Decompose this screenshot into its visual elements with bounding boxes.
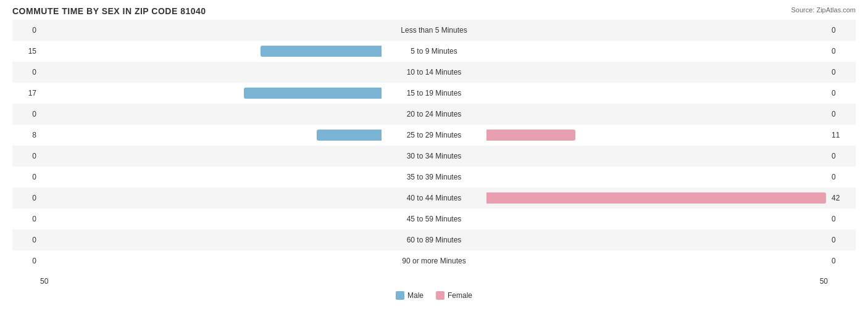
row-label: 5 to 9 Minutes (382, 47, 486, 56)
source-text: Source: ZipAtlas.com (791, 6, 856, 14)
male-side (40, 149, 382, 163)
female-value: 0 (828, 47, 856, 56)
female-value: 42 (828, 194, 856, 202)
chart-row: 0 45 to 59 Minutes 0 (12, 208, 856, 229)
bars-wrapper: 25 to 29 Minutes (40, 128, 828, 142)
row-label: 30 to 34 Minutes (382, 152, 486, 160)
female-side (486, 107, 828, 121)
male-side (40, 170, 382, 184)
bar-section: 25 to 29 Minutes (40, 125, 828, 146)
row-label: 15 to 19 Minutes (382, 89, 486, 97)
male-side (40, 44, 382, 58)
male-bar (244, 88, 382, 99)
chart-row: 0 40 to 44 Minutes 42 (12, 188, 856, 208)
female-side (486, 149, 828, 163)
male-side (40, 86, 382, 100)
male-value: 0 (12, 68, 40, 76)
bars-wrapper: 35 to 39 Minutes (40, 170, 828, 184)
female-value: 0 (828, 110, 856, 118)
chart-row: 15 5 to 9 Minutes 0 (12, 41, 856, 62)
female-bar (486, 130, 575, 141)
bar-section: 40 to 44 Minutes (40, 188, 828, 208)
male-side (40, 254, 382, 268)
chart-row: 0 60 to 89 Minutes 0 (12, 229, 856, 250)
female-value: 0 (828, 173, 856, 181)
bars-wrapper: 5 to 9 Minutes (40, 44, 828, 58)
male-side (40, 128, 382, 142)
male-bar (261, 46, 382, 57)
bar-section: 35 to 39 Minutes (40, 167, 828, 188)
female-value: 0 (828, 236, 856, 244)
bars-wrapper: 10 to 14 Minutes (40, 65, 828, 79)
female-color-box (436, 291, 444, 300)
chart-row: 17 15 to 19 Minutes 0 (12, 83, 856, 104)
male-value: 0 (12, 26, 40, 35)
bar-section: 60 to 89 Minutes (40, 229, 828, 250)
chart-row: 0 30 to 34 Minutes 0 (12, 146, 856, 167)
male-value: 17 (12, 89, 40, 97)
female-side (486, 23, 828, 37)
female-side (486, 86, 828, 100)
male-value: 15 (12, 47, 40, 56)
male-value: 0 (12, 194, 40, 202)
female-value: 0 (828, 26, 856, 35)
row-label: 90 or more Minutes (382, 257, 486, 265)
chart-row: 0 35 to 39 Minutes 0 (12, 167, 856, 188)
bars-wrapper: 30 to 34 Minutes (40, 149, 828, 163)
female-value: 11 (828, 131, 856, 139)
row-label: 40 to 44 Minutes (382, 194, 486, 202)
male-value: 0 (12, 110, 40, 118)
bar-section: 5 to 9 Minutes (40, 41, 828, 62)
row-label: Less than 5 Minutes (382, 26, 486, 35)
axis-right: 50 (820, 277, 828, 286)
female-value: 0 (828, 89, 856, 97)
male-side (40, 212, 382, 226)
row-label: 10 to 14 Minutes (382, 68, 486, 76)
male-side (40, 23, 382, 37)
bar-section: 90 or more Minutes (40, 250, 828, 271)
male-value: 0 (12, 257, 40, 265)
row-label: 20 to 24 Minutes (382, 110, 486, 118)
female-value: 0 (828, 152, 856, 160)
male-side (40, 65, 382, 79)
chart-row: 0 Less than 5 Minutes 0 (12, 20, 856, 41)
bars-wrapper: 15 to 19 Minutes (40, 86, 828, 100)
bars-wrapper: 40 to 44 Minutes (40, 191, 828, 205)
bars-wrapper: 45 to 59 Minutes (40, 212, 828, 226)
row-label: 35 to 39 Minutes (382, 173, 486, 181)
row-label: 45 to 59 Minutes (382, 215, 486, 223)
row-label: 25 to 29 Minutes (382, 131, 486, 139)
axis-labels: 50 50 (12, 277, 856, 286)
male-side (40, 233, 382, 247)
male-bar (317, 130, 382, 141)
female-label: Female (448, 291, 472, 300)
legend-area: Male Female (12, 288, 856, 303)
female-side (486, 128, 828, 142)
male-value: 0 (12, 173, 40, 181)
male-value: 8 (12, 131, 40, 139)
male-value: 0 (12, 152, 40, 160)
bar-section: 45 to 59 Minutes (40, 208, 828, 229)
female-side (486, 65, 828, 79)
bars-wrapper: Less than 5 Minutes (40, 23, 828, 37)
female-side (486, 212, 828, 226)
legend-male: Male (396, 291, 424, 300)
bar-section: Less than 5 Minutes (40, 20, 828, 41)
chart-row: 0 20 to 24 Minutes 0 (12, 104, 856, 125)
chart-row: 8 25 to 29 Minutes 11 (12, 125, 856, 146)
bars-wrapper: 90 or more Minutes (40, 254, 828, 268)
female-side (486, 191, 828, 205)
bars-wrapper: 20 to 24 Minutes (40, 107, 828, 121)
female-side (486, 44, 828, 58)
bars-wrapper: 60 to 89 Minutes (40, 233, 828, 247)
bar-section: 15 to 19 Minutes (40, 83, 828, 104)
bar-section: 20 to 24 Minutes (40, 104, 828, 125)
female-value: 0 (828, 68, 856, 76)
chart-row: 0 90 or more Minutes 0 (12, 250, 856, 271)
chart-area: 0 Less than 5 Minutes 0 15 5 to 9 Minute… (12, 20, 856, 277)
chart-container: COMMUTE TIME BY SEX IN ZIP CODE 81040 So… (0, 0, 868, 322)
male-color-box (396, 291, 404, 300)
female-value: 0 (828, 215, 856, 223)
chart-row: 0 10 to 14 Minutes 0 (12, 62, 856, 83)
male-side (40, 107, 382, 121)
